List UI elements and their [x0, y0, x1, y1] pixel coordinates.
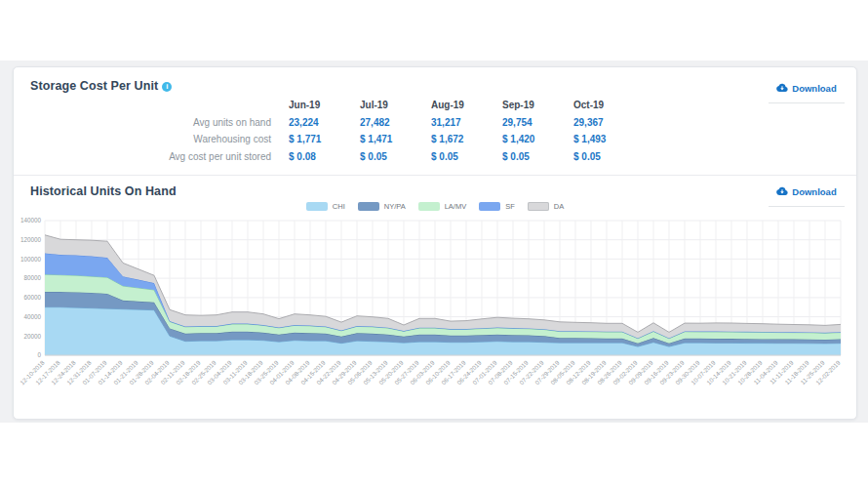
- legend-label: LA/MV: [445, 202, 467, 211]
- storage-cost-section: Storage Cost Per Uniti Download Jun-19Ju…: [14, 67, 856, 175]
- storage-download-button[interactable]: Download: [776, 83, 836, 94]
- value-cell: $ 0.08: [271, 151, 342, 162]
- history-download-label: Download: [792, 186, 836, 197]
- cloud-download-icon: [776, 83, 788, 93]
- month-header-cell: Aug-19: [414, 100, 485, 110]
- row-label: Avg units on hand: [30, 117, 271, 128]
- legend-swatch: [358, 202, 379, 211]
- cloud-download-icon: [776, 186, 788, 196]
- svg-text:80000: 80000: [23, 274, 41, 281]
- value-cell: 27,482: [342, 117, 414, 128]
- value-cell: 31,217: [414, 117, 485, 128]
- legend-label: DA: [554, 202, 564, 211]
- legend-item-la-mv[interactable]: LA/MV: [418, 202, 467, 211]
- history-section-title-text: Historical Units On Hand: [30, 184, 177, 198]
- svg-text:20000: 20000: [23, 333, 41, 340]
- legend-swatch: [418, 202, 440, 211]
- month-header-cell: Oct-19: [556, 100, 627, 110]
- table-row: Warehousing cost$ 1,771$ 1,471$ 1,672$ 1…: [30, 131, 627, 148]
- value-cell: 23,224: [271, 117, 342, 128]
- table-row: Avg cost per unit stored$ 0.08$ 0.05$ 0.…: [30, 148, 627, 166]
- history-section-title: Historical Units On Hand: [30, 184, 177, 198]
- legend-label: SF: [505, 202, 515, 211]
- storage-download-wrap: Download: [769, 79, 845, 103]
- storage-cost-table: Jun-19Jul-19Aug-19Sep-19Oct-19 Avg units…: [30, 97, 627, 165]
- storage-table-body: Avg units on hand23,22427,48231,21729,75…: [30, 114, 627, 166]
- value-cell: $ 0.05: [342, 151, 414, 162]
- chart-legend: CHINY/PALA/MVSFDA: [14, 202, 856, 211]
- legend-swatch: [479, 202, 500, 211]
- historical-units-section: Historical Units On Hand Download CHINY/…: [14, 175, 856, 420]
- storage-section-title-text: Storage Cost Per Unit: [30, 79, 158, 93]
- history-chart[interactable]: 0200004000060000800001000001200001400001…: [18, 215, 845, 420]
- legend-item-chi[interactable]: CHI: [306, 202, 345, 211]
- legend-item-da[interactable]: DA: [528, 202, 564, 211]
- storage-table-header-row: Jun-19Jul-19Aug-19Sep-19Oct-19: [30, 97, 627, 114]
- storage-section-title: Storage Cost Per Uniti: [30, 79, 172, 93]
- value-cell: $ 1,771: [271, 134, 342, 144]
- month-header-cell: Jul-19: [342, 100, 414, 110]
- legend-swatch: [528, 202, 549, 211]
- info-icon[interactable]: i: [162, 82, 172, 92]
- svg-text:120000: 120000: [20, 236, 42, 243]
- row-label: Warehousing cost: [30, 134, 271, 144]
- value-cell: $ 1,493: [556, 134, 627, 144]
- legend-label: CHI: [333, 202, 345, 211]
- storage-download-label: Download: [792, 83, 836, 94]
- svg-text:0: 0: [37, 351, 41, 358]
- value-cell: 29,754: [485, 117, 556, 128]
- legend-item-sf[interactable]: SF: [479, 202, 515, 211]
- svg-text:40000: 40000: [23, 313, 41, 320]
- row-label: Avg cost per unit stored: [30, 151, 271, 162]
- value-cell: 29,367: [556, 117, 627, 128]
- svg-text:100000: 100000: [20, 256, 42, 263]
- value-cell: $ 0.05: [556, 151, 627, 162]
- dashboard-card: Storage Cost Per Uniti Download Jun-19Ju…: [13, 66, 857, 420]
- legend-item-ny-pa[interactable]: NY/PA: [358, 202, 406, 211]
- value-cell: $ 0.05: [414, 151, 485, 162]
- legend-swatch: [306, 202, 328, 211]
- value-cell: $ 1,672: [414, 134, 485, 144]
- legend-label: NY/PA: [384, 202, 406, 211]
- month-header-cell: Jun-19: [271, 100, 342, 110]
- table-row: Avg units on hand23,22427,48231,21729,75…: [30, 114, 627, 132]
- svg-text:140000: 140000: [20, 217, 42, 224]
- history-download-button[interactable]: Download: [776, 186, 836, 197]
- value-cell: $ 1,471: [342, 134, 414, 144]
- month-header-cell: Sep-19: [485, 100, 556, 110]
- value-cell: $ 0.05: [485, 151, 556, 162]
- svg-text:60000: 60000: [23, 294, 41, 301]
- value-cell: $ 1,420: [485, 134, 556, 144]
